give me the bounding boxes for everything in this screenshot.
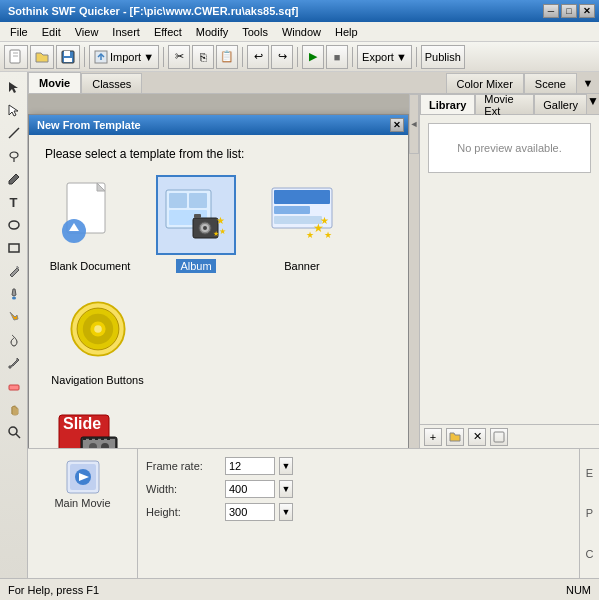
menu-help[interactable]: Help (329, 25, 364, 39)
toolbar-separator-5 (352, 47, 353, 67)
eyedropper-tool[interactable] (3, 352, 25, 374)
status-bar: For Help, press F1 NUM (0, 578, 599, 600)
height-arrow[interactable]: ▼ (279, 503, 293, 521)
subselect-tool[interactable] (3, 99, 25, 121)
svg-rect-34 (274, 190, 330, 204)
cut-button[interactable]: ✂ (168, 45, 190, 69)
svg-point-11 (9, 221, 19, 229)
toolbar-separator-6 (416, 47, 417, 67)
library-scroll-button[interactable] (490, 428, 508, 446)
select-tool[interactable] (3, 76, 25, 98)
text-tool[interactable]: T (3, 191, 25, 213)
props-fields: Frame rate: ▼ Width: ▼ Height: ▼ (138, 449, 579, 578)
tab-scene[interactable]: Scene (524, 73, 577, 93)
line-tool[interactable] (3, 122, 25, 144)
pencil-tool[interactable] (3, 260, 25, 282)
library-folder-button[interactable] (446, 428, 464, 446)
eraser-tool[interactable] (3, 375, 25, 397)
zoom-tool[interactable] (3, 421, 25, 443)
svg-text:★: ★ (324, 230, 332, 240)
main-toolbar: Import ▼ ✂ ⎘ 📋 ↩ ↪ ▶ ■ Export ▼ Publish (0, 42, 599, 72)
library-delete-button[interactable]: ✕ (468, 428, 486, 446)
paste-button[interactable]: 📋 (216, 45, 238, 69)
width-input[interactable] (225, 480, 275, 498)
tab-library[interactable]: Library (420, 94, 475, 114)
template-blank-document[interactable]: Blank Document (45, 175, 135, 273)
oval-tool[interactable] (3, 214, 25, 236)
template-banner[interactable]: ★ ★ ★ ★ Banner (257, 175, 347, 273)
svg-point-13 (12, 297, 16, 300)
menu-insert[interactable]: Insert (106, 25, 146, 39)
navbuttons-icon-wrap (58, 289, 138, 369)
menu-edit[interactable]: Edit (36, 25, 67, 39)
ink-tool[interactable] (3, 329, 25, 351)
menu-effect[interactable]: Effect (148, 25, 188, 39)
tab-movie[interactable]: Movie (28, 72, 81, 93)
save-button[interactable] (56, 45, 80, 69)
menu-file[interactable]: File (4, 25, 34, 39)
minimize-button[interactable]: ─ (543, 4, 559, 18)
svg-rect-55 (101, 437, 104, 440)
menu-modify[interactable]: Modify (190, 25, 234, 39)
new-button[interactable] (4, 45, 28, 69)
tab-gallery[interactable]: Gallery (534, 94, 587, 114)
menu-window[interactable]: Window (276, 25, 327, 39)
play-button[interactable]: ▶ (302, 45, 324, 69)
lasso-tool[interactable] (3, 145, 25, 167)
svg-rect-62 (494, 432, 504, 442)
hand-tool[interactable] (3, 398, 25, 420)
dialog-title: New From Template (37, 119, 141, 131)
blank-doc-icon-wrap (50, 175, 130, 255)
panel-menu-button[interactable]: ▼ (577, 73, 599, 93)
library-add-button[interactable]: + (424, 428, 442, 446)
svg-text:★: ★ (213, 230, 219, 237)
maximize-button[interactable]: □ (561, 4, 577, 18)
template-slideshow[interactable]: Slide (45, 401, 135, 448)
template-nav-buttons[interactable]: Navigation Buttons (45, 289, 150, 387)
undo-button[interactable]: ↩ (247, 45, 269, 69)
template-grid-row2: Slide (45, 401, 392, 448)
svg-text:★: ★ (306, 230, 314, 240)
album-icon-wrap: ★ ★ ★ (156, 175, 236, 255)
rect-tool[interactable] (3, 237, 25, 259)
brush-tool[interactable] (3, 283, 25, 305)
panel-dropdown-arrow[interactable]: ▼ (587, 94, 599, 114)
canvas-area: New From Template ✕ Please select a temp… (28, 94, 409, 448)
dialog-titlebar: New From Template ✕ (29, 115, 408, 135)
status-num: NUM (566, 584, 591, 596)
template-album[interactable]: ★ ★ ★ Album (151, 175, 241, 273)
import-dropdown[interactable]: Import ▼ (89, 45, 159, 69)
close-button[interactable]: ✕ (579, 4, 595, 18)
svg-rect-53 (89, 437, 92, 440)
tab-color-mixer[interactable]: Color Mixer (446, 73, 524, 93)
svg-rect-23 (189, 193, 207, 208)
paint-bucket-tool[interactable] (3, 306, 25, 328)
slideshow-icon-wrap: Slide (50, 401, 130, 448)
copy-button[interactable]: ⎘ (192, 45, 214, 69)
tab-classes[interactable]: Classes (81, 73, 142, 93)
banner-icon-wrap: ★ ★ ★ ★ (262, 175, 342, 255)
redo-button[interactable]: ↪ (271, 45, 293, 69)
stop-button[interactable]: ■ (326, 45, 348, 69)
open-button[interactable] (30, 45, 54, 69)
import-label: Import (110, 51, 141, 63)
frame-rate-arrow[interactable]: ▼ (279, 457, 293, 475)
svg-line-8 (9, 128, 19, 138)
toolbar-separator-2 (163, 47, 164, 67)
dialog-close-button[interactable]: ✕ (390, 118, 404, 132)
pen-tool[interactable] (3, 168, 25, 190)
menu-tools[interactable]: Tools (236, 25, 274, 39)
expand-panel-arrow[interactable]: ◄ (409, 94, 419, 154)
svg-line-16 (16, 434, 20, 438)
tab-movie-ext[interactable]: Movie Ext (475, 94, 534, 114)
status-help-text: For Help, press F1 (8, 584, 99, 596)
dialog-instruction: Please select a template from the list: (45, 147, 392, 161)
frame-rate-input[interactable] (225, 457, 275, 475)
export-arrow: ▼ (396, 51, 407, 63)
height-input[interactable] (225, 503, 275, 521)
publish-button[interactable]: Publish (421, 45, 465, 69)
menu-view[interactable]: View (69, 25, 105, 39)
props-icon-area: Main Movie (28, 449, 138, 578)
export-dropdown[interactable]: Export ▼ (357, 45, 412, 69)
width-arrow[interactable]: ▼ (279, 480, 293, 498)
